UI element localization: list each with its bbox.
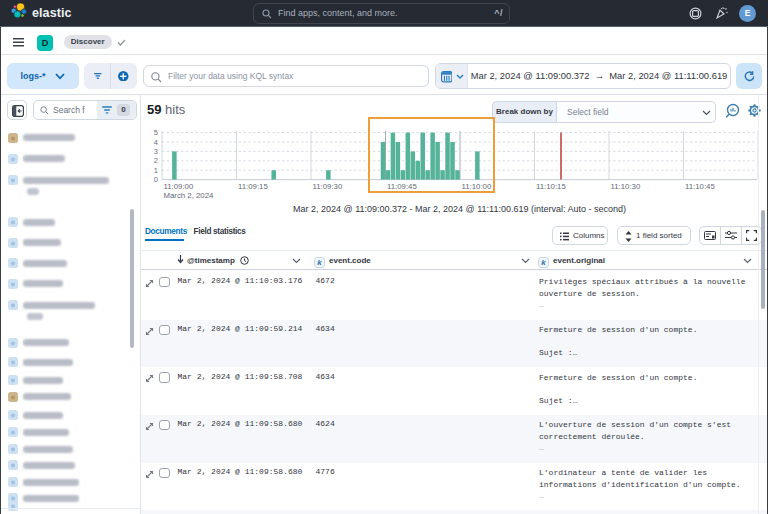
svg-text:11:10:15: 11:10:15 <box>536 182 566 191</box>
svg-text:March 2, 2024: March 2, 2024 <box>164 191 215 200</box>
svg-text:11:09:30: 11:09:30 <box>313 182 343 191</box>
svg-text:4: 4 <box>154 138 158 147</box>
svg-text:5: 5 <box>154 128 158 137</box>
svg-text:1: 1 <box>154 166 158 175</box>
svg-text:11:09:00: 11:09:00 <box>164 182 194 191</box>
svg-text:11:10:30: 11:10:30 <box>611 182 641 191</box>
svg-text:3: 3 <box>154 147 158 156</box>
svg-text:11:09:15: 11:09:15 <box>238 182 268 191</box>
svg-text:0: 0 <box>154 175 158 184</box>
svg-text:11:10:45: 11:10:45 <box>685 182 715 191</box>
svg-text:2: 2 <box>154 156 158 165</box>
